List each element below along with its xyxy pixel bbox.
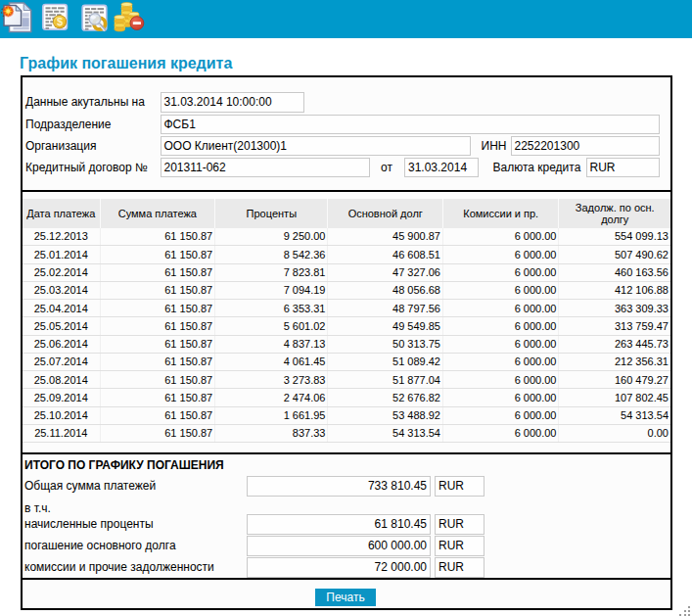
svg-text:$: $ — [57, 16, 63, 27]
